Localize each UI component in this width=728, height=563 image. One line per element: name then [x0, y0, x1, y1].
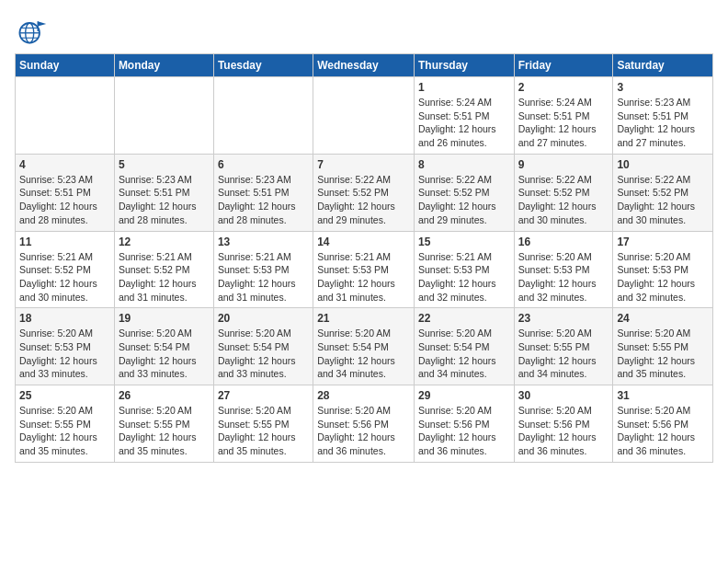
cell-info: Sunrise: 5:23 AM Sunset: 5:51 PM Dayligh… — [617, 96, 709, 150]
calendar-cell: 27Sunrise: 5:20 AM Sunset: 5:55 PM Dayli… — [213, 385, 313, 463]
calendar-cell: 13Sunrise: 5:21 AM Sunset: 5:53 PM Dayli… — [213, 231, 313, 308]
calendar-cell: 6Sunrise: 5:23 AM Sunset: 5:51 PM Daylig… — [213, 154, 313, 231]
logo-icon — [15, 15, 48, 48]
cell-info: Sunrise: 5:22 AM Sunset: 5:52 PM Dayligh… — [518, 173, 609, 227]
calendar-cell — [114, 77, 213, 155]
calendar-cell: 21Sunrise: 5:20 AM Sunset: 5:54 PM Dayli… — [313, 308, 415, 385]
cell-info: Sunrise: 5:20 AM Sunset: 5:56 PM Dayligh… — [617, 404, 709, 458]
cell-day-number: 31 — [617, 389, 709, 402]
cell-info: Sunrise: 5:20 AM Sunset: 5:55 PM Dayligh… — [218, 404, 309, 458]
cell-info: Sunrise: 5:20 AM Sunset: 5:55 PM Dayligh… — [518, 327, 609, 381]
cell-day-number: 17 — [617, 236, 709, 248]
calendar-cell: 29Sunrise: 5:20 AM Sunset: 5:56 PM Dayli… — [414, 385, 514, 463]
calendar-cell: 31Sunrise: 5:20 AM Sunset: 5:56 PM Dayli… — [613, 385, 713, 463]
cell-day-number: 19 — [119, 312, 210, 325]
col-header-wednesday: Wednesday — [313, 54, 415, 77]
calendar-cell: 16Sunrise: 5:20 AM Sunset: 5:53 PM Dayli… — [514, 231, 613, 308]
calendar-cell — [313, 77, 415, 155]
cell-day-number: 24 — [617, 312, 709, 325]
cell-info: Sunrise: 5:20 AM Sunset: 5:54 PM Dayligh… — [418, 327, 510, 381]
cell-day-number: 30 — [518, 389, 609, 402]
calendar-cell: 15Sunrise: 5:21 AM Sunset: 5:53 PM Dayli… — [414, 231, 514, 308]
cell-info: Sunrise: 5:20 AM Sunset: 5:53 PM Dayligh… — [617, 250, 709, 304]
cell-day-number: 16 — [518, 236, 609, 248]
cell-info: Sunrise: 5:21 AM Sunset: 5:52 PM Dayligh… — [19, 250, 110, 304]
cell-info: Sunrise: 5:21 AM Sunset: 5:52 PM Dayligh… — [119, 250, 210, 304]
calendar-cell: 20Sunrise: 5:20 AM Sunset: 5:54 PM Dayli… — [213, 308, 313, 385]
week-row-5: 25Sunrise: 5:20 AM Sunset: 5:55 PM Dayli… — [16, 385, 713, 463]
calendar-cell: 23Sunrise: 5:20 AM Sunset: 5:55 PM Dayli… — [514, 308, 613, 385]
col-header-monday: Monday — [114, 54, 213, 77]
calendar-cell: 5Sunrise: 5:23 AM Sunset: 5:51 PM Daylig… — [114, 154, 213, 231]
calendar-cell: 22Sunrise: 5:20 AM Sunset: 5:54 PM Dayli… — [414, 308, 514, 385]
cell-day-number: 5 — [119, 158, 210, 171]
cell-day-number: 4 — [19, 158, 110, 171]
col-header-sunday: Sunday — [16, 54, 115, 77]
cell-info: Sunrise: 5:21 AM Sunset: 5:53 PM Dayligh… — [317, 250, 410, 304]
calendar-cell: 24Sunrise: 5:20 AM Sunset: 5:55 PM Dayli… — [613, 308, 713, 385]
calendar-cell — [16, 77, 115, 155]
cell-day-number: 23 — [518, 312, 609, 325]
cell-info: Sunrise: 5:20 AM Sunset: 5:55 PM Dayligh… — [119, 404, 210, 458]
cell-day-number: 28 — [317, 389, 410, 402]
calendar-cell: 2Sunrise: 5:24 AM Sunset: 5:51 PM Daylig… — [514, 77, 613, 155]
calendar-cell — [213, 77, 313, 155]
cell-info: Sunrise: 5:20 AM Sunset: 5:56 PM Dayligh… — [317, 404, 410, 458]
calendar-cell: 25Sunrise: 5:20 AM Sunset: 5:55 PM Dayli… — [16, 385, 115, 463]
calendar-cell: 3Sunrise: 5:23 AM Sunset: 5:51 PM Daylig… — [613, 77, 713, 155]
calendar-table: SundayMondayTuesdayWednesdayThursdayFrid… — [15, 53, 713, 463]
cell-day-number: 3 — [617, 81, 709, 94]
cell-info: Sunrise: 5:23 AM Sunset: 5:51 PM Dayligh… — [19, 173, 110, 227]
cell-info: Sunrise: 5:20 AM Sunset: 5:53 PM Dayligh… — [518, 250, 609, 304]
cell-day-number: 12 — [119, 236, 210, 248]
cell-info: Sunrise: 5:20 AM Sunset: 5:56 PM Dayligh… — [518, 404, 609, 458]
col-header-friday: Friday — [514, 54, 613, 77]
cell-info: Sunrise: 5:24 AM Sunset: 5:51 PM Dayligh… — [418, 96, 510, 150]
cell-info: Sunrise: 5:20 AM Sunset: 5:54 PM Dayligh… — [317, 327, 410, 381]
cell-day-number: 18 — [19, 312, 110, 325]
calendar-cell: 14Sunrise: 5:21 AM Sunset: 5:53 PM Dayli… — [313, 231, 415, 308]
calendar-cell: 11Sunrise: 5:21 AM Sunset: 5:52 PM Dayli… — [16, 231, 115, 308]
cell-info: Sunrise: 5:20 AM Sunset: 5:56 PM Dayligh… — [418, 404, 510, 458]
week-row-1: 1Sunrise: 5:24 AM Sunset: 5:51 PM Daylig… — [16, 77, 713, 155]
cell-info: Sunrise: 5:21 AM Sunset: 5:53 PM Dayligh… — [218, 250, 309, 304]
cell-day-number: 27 — [218, 389, 309, 402]
header-row: SundayMondayTuesdayWednesdayThursdayFrid… — [16, 54, 713, 77]
calendar-cell: 17Sunrise: 5:20 AM Sunset: 5:53 PM Dayli… — [613, 231, 713, 308]
cell-day-number: 22 — [418, 312, 510, 325]
page-header — [15, 15, 713, 48]
cell-info: Sunrise: 5:20 AM Sunset: 5:53 PM Dayligh… — [19, 327, 110, 381]
calendar-cell: 28Sunrise: 5:20 AM Sunset: 5:56 PM Dayli… — [313, 385, 415, 463]
cell-day-number: 14 — [317, 236, 410, 248]
calendar-cell: 26Sunrise: 5:20 AM Sunset: 5:55 PM Dayli… — [114, 385, 213, 463]
calendar-cell: 9Sunrise: 5:22 AM Sunset: 5:52 PM Daylig… — [514, 154, 613, 231]
cell-info: Sunrise: 5:20 AM Sunset: 5:55 PM Dayligh… — [19, 404, 110, 458]
col-header-tuesday: Tuesday — [213, 54, 313, 77]
cell-day-number: 20 — [218, 312, 309, 325]
cell-info: Sunrise: 5:23 AM Sunset: 5:51 PM Dayligh… — [119, 173, 210, 227]
cell-day-number: 10 — [617, 158, 709, 171]
week-row-4: 18Sunrise: 5:20 AM Sunset: 5:53 PM Dayli… — [16, 308, 713, 385]
cell-info: Sunrise: 5:23 AM Sunset: 5:51 PM Dayligh… — [218, 173, 309, 227]
calendar-cell: 10Sunrise: 5:22 AM Sunset: 5:52 PM Dayli… — [613, 154, 713, 231]
cell-info: Sunrise: 5:20 AM Sunset: 5:54 PM Dayligh… — [119, 327, 210, 381]
cell-day-number: 21 — [317, 312, 410, 325]
calendar-cell: 8Sunrise: 5:22 AM Sunset: 5:52 PM Daylig… — [414, 154, 514, 231]
cell-day-number: 13 — [218, 236, 309, 248]
cell-info: Sunrise: 5:22 AM Sunset: 5:52 PM Dayligh… — [617, 173, 709, 227]
week-row-3: 11Sunrise: 5:21 AM Sunset: 5:52 PM Dayli… — [16, 231, 713, 308]
calendar-cell: 7Sunrise: 5:22 AM Sunset: 5:52 PM Daylig… — [313, 154, 415, 231]
cell-day-number: 15 — [418, 236, 510, 248]
cell-info: Sunrise: 5:22 AM Sunset: 5:52 PM Dayligh… — [317, 173, 410, 227]
cell-day-number: 8 — [418, 158, 510, 171]
cell-info: Sunrise: 5:22 AM Sunset: 5:52 PM Dayligh… — [418, 173, 510, 227]
calendar-cell: 19Sunrise: 5:20 AM Sunset: 5:54 PM Dayli… — [114, 308, 213, 385]
week-row-2: 4Sunrise: 5:23 AM Sunset: 5:51 PM Daylig… — [16, 154, 713, 231]
cell-info: Sunrise: 5:21 AM Sunset: 5:53 PM Dayligh… — [418, 250, 510, 304]
cell-day-number: 25 — [19, 389, 110, 402]
cell-day-number: 9 — [518, 158, 609, 171]
cell-day-number: 7 — [317, 158, 410, 171]
calendar-cell: 30Sunrise: 5:20 AM Sunset: 5:56 PM Dayli… — [514, 385, 613, 463]
cell-day-number: 1 — [418, 81, 510, 94]
calendar-cell: 18Sunrise: 5:20 AM Sunset: 5:53 PM Dayli… — [16, 308, 115, 385]
